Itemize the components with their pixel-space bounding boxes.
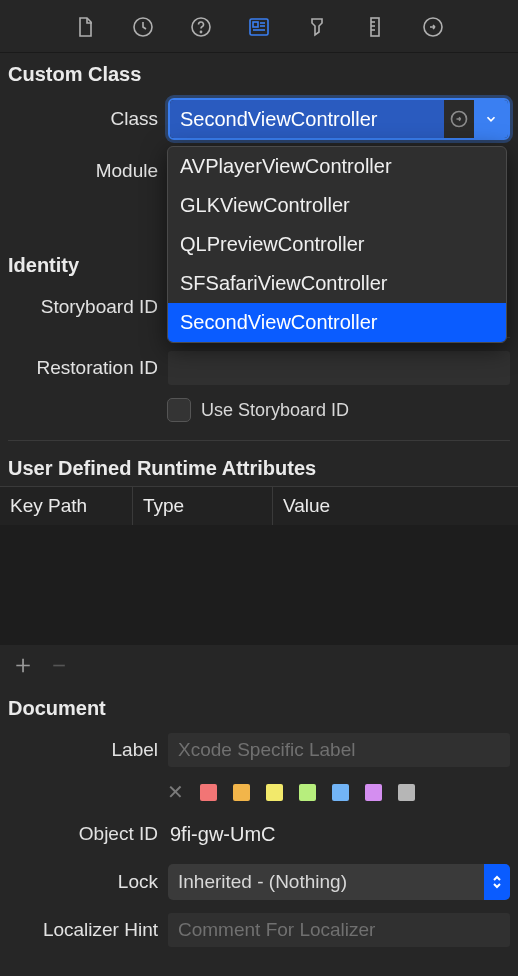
swatch-orange[interactable]: [233, 784, 250, 801]
svg-rect-4: [253, 22, 258, 27]
jump-to-definition-icon[interactable]: [444, 100, 474, 138]
doc-label-row: Label: [0, 726, 518, 774]
object-id-value: 9fi-gw-UmC: [168, 823, 510, 846]
identity-tab-icon[interactable]: [244, 12, 274, 42]
section-custom-class: Custom Class: [0, 53, 518, 92]
swatch-gray[interactable]: [398, 784, 415, 801]
restoration-id-row: Restoration ID: [0, 344, 518, 392]
lock-row: Lock Inherited - (Nothing): [0, 858, 518, 906]
dropdown-option[interactable]: SFSafariViewController: [168, 264, 506, 303]
use-storyboard-id-label: Use Storyboard ID: [201, 400, 349, 421]
stepper-icon[interactable]: [484, 864, 510, 900]
udra-table-body[interactable]: [0, 525, 518, 645]
section-udra: User Defined Runtime Attributes: [0, 447, 518, 486]
use-storyboard-id-checkbox[interactable]: [167, 398, 191, 422]
dropdown-option-selected[interactable]: SecondViewController: [168, 303, 506, 342]
localizer-hint-input[interactable]: [168, 913, 510, 947]
udra-table-header: Key Path Type Value: [0, 486, 518, 525]
history-tab-icon[interactable]: [128, 12, 158, 42]
section-document: Document: [0, 687, 518, 726]
class-dropdown[interactable]: AVPlayerViewController GLKViewController…: [167, 146, 507, 343]
lock-label: Lock: [8, 871, 168, 893]
swatch-red[interactable]: [200, 784, 217, 801]
lock-select-value: Inherited - (Nothing): [178, 871, 484, 893]
dropdown-option[interactable]: QLPreviewController: [168, 225, 506, 264]
size-tab-icon[interactable]: [360, 12, 390, 42]
remove-button: －: [46, 651, 72, 677]
object-id-label: Object ID: [8, 823, 168, 845]
use-storyboard-id-row: Use Storyboard ID: [0, 392, 518, 434]
label-color-swatches: ✕: [0, 774, 518, 810]
class-combo[interactable]: SecondViewController: [168, 98, 510, 140]
doc-label-input[interactable]: [168, 733, 510, 767]
module-label: Module: [8, 160, 168, 182]
localizer-hint-row: Localizer Hint: [0, 906, 518, 954]
lock-select[interactable]: Inherited - (Nothing): [168, 864, 510, 900]
swatch-purple[interactable]: [365, 784, 382, 801]
storyboard-id-label: Storyboard ID: [8, 296, 168, 318]
class-row: Class SecondViewController: [0, 92, 518, 146]
dropdown-option[interactable]: GLKViewController: [168, 186, 506, 225]
attributes-tab-icon[interactable]: [302, 12, 332, 42]
divider: [8, 440, 510, 441]
localizer-hint-label: Localizer Hint: [8, 919, 168, 941]
help-tab-icon[interactable]: [186, 12, 216, 42]
swatch-yellow[interactable]: [266, 784, 283, 801]
udra-col-type[interactable]: Type: [133, 487, 273, 525]
class-label: Class: [8, 108, 168, 130]
clear-label-icon[interactable]: ✕: [167, 780, 184, 804]
inspector-tab-bar: [0, 0, 518, 53]
connections-tab-icon[interactable]: [418, 12, 448, 42]
dropdown-option[interactable]: AVPlayerViewController: [168, 147, 506, 186]
add-button[interactable]: ＋: [10, 651, 36, 677]
udra-col-keypath[interactable]: Key Path: [0, 487, 133, 525]
udra-add-remove-row: ＋ －: [0, 645, 518, 687]
file-tab-icon[interactable]: [70, 12, 100, 42]
object-id-row: Object ID 9fi-gw-UmC: [0, 810, 518, 858]
restoration-id-label: Restoration ID: [8, 357, 168, 379]
svg-point-2: [200, 31, 201, 32]
swatch-blue[interactable]: [332, 784, 349, 801]
doc-label-label: Label: [8, 739, 168, 761]
class-combo-value[interactable]: SecondViewController: [170, 100, 444, 138]
swatch-green[interactable]: [299, 784, 316, 801]
udra-col-value[interactable]: Value: [273, 487, 518, 525]
chevron-down-icon[interactable]: [474, 100, 508, 138]
svg-rect-8: [371, 18, 379, 36]
restoration-id-input[interactable]: [168, 351, 510, 385]
